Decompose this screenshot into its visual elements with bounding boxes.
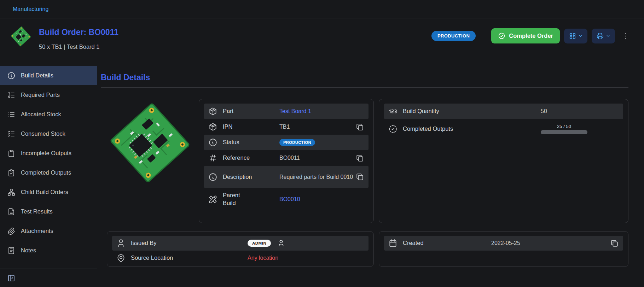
clipboard-check-icon (7, 169, 16, 177)
detail-row-part: Part Test Board 1 (204, 104, 369, 119)
sidebar-item-label: Build Details (21, 72, 53, 79)
sitemap-icon (7, 188, 16, 197)
detail-label: Description (223, 173, 279, 181)
user-icon (277, 239, 285, 247)
detail-label: Parent Build (223, 192, 279, 207)
sidebar-item-consumed-stock[interactable]: Consumed Stock (0, 124, 97, 144)
info-circle-icon (208, 138, 217, 147)
header-actions: PRODUCTION Complete Order (431, 28, 630, 43)
sidebar-item-label: Incomplete Outputs (21, 150, 71, 157)
issued-by-value: ADMIN (248, 239, 364, 247)
more-actions-button[interactable] (621, 32, 630, 40)
copy-icon[interactable] (610, 239, 619, 248)
created-panel: Created 2022-05-25 (379, 231, 628, 267)
progress-text: 25 / 50 (557, 124, 571, 129)
breadcrumb-link-manufacturing[interactable]: Manufacturing (13, 6, 48, 12)
sidebar-item-incomplete-outputs[interactable]: Incomplete Outputs (0, 144, 97, 163)
sidebar-collapse-icon (7, 274, 16, 282)
detail-value: Required parts for Build 0010 (279, 173, 355, 181)
sidebar-item-label: Completed Outputs (21, 169, 71, 176)
printer-icon (596, 32, 604, 40)
check-circle-icon (498, 32, 505, 40)
complete-order-label: Complete Order (509, 33, 553, 39)
detail-row-parent-build: Parent Build BO0010 (204, 188, 369, 210)
detail-row-source-location: Source Location Any location (112, 251, 369, 265)
page-subtitle: 50 x TB1 | Test Board 1 (39, 43, 118, 50)
issue-panel: Issued By ADMIN Source Location Any loca… (107, 231, 374, 267)
sidebar-item-notes[interactable]: Notes (0, 241, 97, 260)
print-actions-button[interactable] (592, 29, 615, 43)
panel-title: Build Details (101, 73, 628, 82)
detail-value: BO0011 (279, 155, 355, 161)
detail-label: Source Location (131, 254, 248, 262)
admin-badge: ADMIN (248, 240, 271, 247)
list-numbers-icon (7, 91, 16, 99)
copy-icon[interactable] (355, 123, 364, 131)
detail-row-description: Description Required parts for Build 001… (204, 166, 369, 188)
part-thumbnail-image[interactable] (10, 25, 32, 47)
user-icon (116, 239, 126, 248)
copy-icon[interactable] (355, 172, 364, 181)
detail-row-build-quantity: Build Quantity 50 (384, 104, 623, 119)
chevron-down-icon (578, 33, 583, 39)
header-titles: Build Order: BO0011 50 x TB1 | Test Boar… (39, 25, 118, 50)
progress-bar (541, 130, 587, 134)
sidebar-item-label: Attachments (21, 228, 53, 234)
sidebar-item-label: Child Build Orders (21, 189, 68, 195)
barcode-actions-button[interactable] (564, 29, 587, 43)
detail-label: Created (403, 239, 491, 247)
sidebar-item-allocated-stock[interactable]: Allocated Stock (0, 105, 97, 124)
build-details-panel: Part Test Board 1 IPN TB1 Status (199, 99, 374, 223)
hash-icon (208, 153, 217, 163)
detail-label: IPN (223, 123, 279, 130)
package-icon (208, 122, 217, 131)
status-badge: PRODUCTION (431, 31, 476, 41)
detail-label: Build Quantity (403, 107, 541, 115)
detail-label: Completed Outputs (403, 125, 541, 133)
sidebar-collapse-button[interactable] (7, 274, 16, 282)
sidebar-item-completed-outputs[interactable]: Completed Outputs (0, 163, 97, 182)
map-pin-icon (116, 253, 126, 263)
detail-row-created: Created 2022-05-25 (384, 236, 623, 251)
detail-value: 2022-05-25 (491, 240, 610, 246)
info-circle-icon (208, 172, 217, 182)
list-icon (7, 110, 16, 119)
tools-icon (208, 195, 217, 204)
part-image[interactable] (107, 100, 193, 186)
sidebar-item-test-results[interactable]: Test Results (0, 202, 97, 221)
main-content: Build Details Part Test Board 1 I (97, 66, 644, 287)
build-details-grid: Part Test Board 1 IPN TB1 Status (107, 99, 628, 267)
sidebar-item-label: Notes (21, 247, 36, 254)
detail-value: PRODUCTION (279, 139, 364, 146)
clipboard-icon (7, 149, 16, 158)
sidebar-item-attachments[interactable]: Attachments (0, 221, 97, 241)
page-header: Build Order: BO0011 50 x TB1 | Test Boar… (0, 18, 644, 66)
sidebar-spacer (0, 260, 97, 269)
sidebar-item-label: Consumed Stock (21, 130, 65, 137)
numbers-123-icon (388, 107, 398, 116)
progress-check-icon (388, 124, 398, 134)
report-icon (7, 207, 16, 216)
sidebar-item-required-parts[interactable]: Required Parts (0, 85, 97, 105)
sidebar-item-label: Required Parts (21, 92, 60, 98)
detail-label: Part (223, 107, 279, 115)
completed-outputs-progress: 25 / 50 (541, 124, 587, 134)
page-title: Build Order: BO0011 (39, 28, 118, 37)
copy-icon[interactable] (355, 154, 364, 163)
sidebar-item-child-build-orders[interactable]: Child Build Orders (0, 182, 97, 202)
detail-row-status: Status PRODUCTION (204, 135, 369, 150)
complete-order-button[interactable]: Complete Order (491, 28, 560, 43)
part-link[interactable]: Test Board 1 (279, 108, 364, 115)
quantities-panel: Build Quantity 50 Completed Outputs 25 /… (379, 99, 628, 223)
detail-label: Issued By (131, 239, 248, 247)
parent-build-link[interactable]: BO0010 (279, 196, 364, 203)
calendar-icon (388, 239, 398, 248)
details-media-cell: Part Test Board 1 IPN TB1 Status (107, 99, 374, 223)
sidebar-item-build-details[interactable]: Build Details (0, 66, 97, 85)
build-order-page: Manufacturing Build Order: BO0011 50 x T… (0, 0, 644, 287)
detail-label: Reference (223, 154, 279, 162)
dots-vertical-icon (621, 32, 630, 40)
sidebar-item-label: Test Results (21, 208, 53, 215)
detail-row-completed-outputs: Completed Outputs 25 / 50 (384, 119, 623, 139)
source-location-value: Any location (248, 255, 364, 261)
